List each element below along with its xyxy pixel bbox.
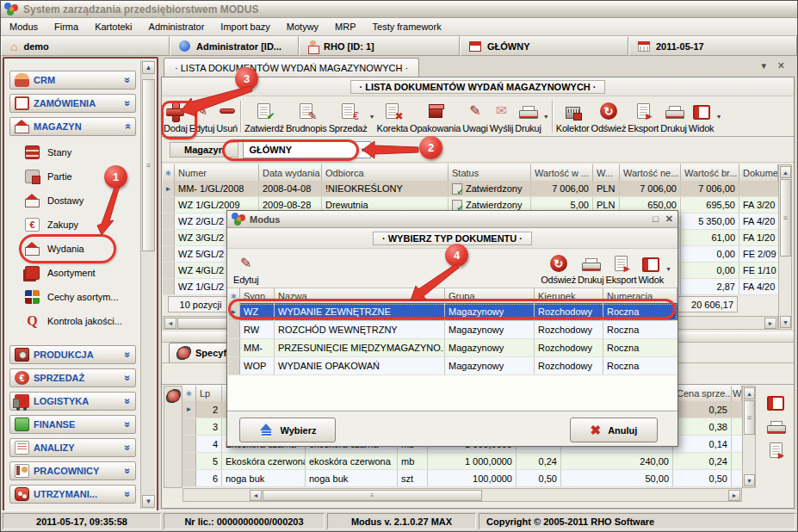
- col-status[interactable]: Status: [448, 164, 531, 181]
- col-dokument[interactable]: Dokume: [739, 164, 778, 181]
- menu-motywy[interactable]: Motywy: [287, 22, 319, 32]
- dialog-title-bar[interactable]: Modus □ ✕: [227, 211, 677, 228]
- menu-firma[interactable]: Firma: [54, 22, 78, 32]
- col-waluta[interactable]: W...: [593, 164, 620, 181]
- col-wartosc-ne[interactable]: Wartość ne...: [620, 164, 681, 181]
- dialog-odswiez-button[interactable]: ↻ Odśwież: [540, 251, 577, 287]
- scroll-right-icon[interactable]: ►: [728, 490, 740, 501]
- tab-lista-dokumentow[interactable]: · LISTA DOKUMENTÓW WYDAŃ MAGAZYNOWYCH ·: [164, 58, 419, 77]
- sidebar-item-cechy-asortymentu[interactable]: Cechy asortym...: [6, 285, 139, 309]
- grid-options-icon[interactable]: ∗: [165, 169, 172, 177]
- drukuj-button[interactable]: Drukuj: [514, 98, 542, 135]
- table-row[interactable]: ► MM- 1/GL/2008 2008-04-08 !NIEOKREŚLONY…: [163, 181, 778, 197]
- chevron-double-down-icon: »: [122, 445, 134, 451]
- dialog-drukuj-button[interactable]: Drukuj: [577, 251, 605, 287]
- brudnopis-button[interactable]: ✎ Brudnopis: [285, 98, 328, 135]
- sprzedaz-button[interactable]: € Sprzedaż: [328, 98, 368, 135]
- sidebar-group-logistyka[interactable]: LOGISTYKA »: [9, 392, 136, 411]
- database-segment[interactable]: ⌂ demo: [1, 36, 170, 56]
- grid-options-icon[interactable]: ∗: [186, 389, 193, 398]
- status-copyright: Copyright © 2005-2011 RHO Software: [479, 513, 795, 529]
- dialog-close-icon[interactable]: ✕: [665, 214, 673, 224]
- scrollbar-thumb[interactable]: ≡: [780, 179, 791, 257]
- spec-vertical-scrollbar[interactable]: ▲ ≡ ▼: [742, 386, 756, 488]
- scrollbar-thumb[interactable]: ≡: [142, 79, 155, 251]
- table-row[interactable]: 6 noga buk noga buk szt 100,0000 0,50 50…: [182, 470, 742, 487]
- col-data-wydania[interactable]: Data wydania: [259, 164, 322, 181]
- opakowania-button[interactable]: Opakowania: [409, 98, 461, 135]
- drukuj-dropdown-icon[interactable]: ▾: [542, 98, 550, 135]
- tab-close-icon[interactable]: ✕: [777, 61, 785, 71]
- anuluj-button[interactable]: ✖ Anuluj: [570, 418, 658, 442]
- sprzedaz-dropdown-icon[interactable]: ▾: [368, 98, 376, 135]
- grid-vertical-scrollbar[interactable]: ▲ ≡ ▼: [778, 164, 792, 330]
- sidebar-group-utrzymanie[interactable]: UTRZYMANI... »: [9, 485, 136, 504]
- korekta-button[interactable]: ✖ Korekta: [376, 98, 410, 135]
- menu-modus[interactable]: Modus: [9, 22, 38, 32]
- warehouse-segment[interactable]: GŁÓWNY: [460, 36, 628, 56]
- sidebar-item-asortyment[interactable]: Asortyment: [6, 261, 139, 285]
- wyslij-button[interactable]: ✉ Wyślij: [489, 98, 514, 135]
- col-lp[interactable]: Lp: [196, 386, 222, 401]
- table-row[interactable]: 5 Ekoskóra czerwona ekoskóra czerwona mb…: [182, 453, 742, 470]
- sidebar-group-magazyn[interactable]: MAGAZYN »: [9, 117, 136, 136]
- menu-kartoteki[interactable]: Kartoteki: [95, 22, 132, 32]
- spec-horizontal-scrollbar[interactable]: ◄ ≡ ►: [182, 488, 742, 502]
- date-segment[interactable]: 2011-05-17: [628, 36, 797, 56]
- wybierz-button[interactable]: Wybierz: [239, 418, 336, 442]
- col-w[interactable]: W: [732, 386, 742, 401]
- table-row[interactable]: MM- PRZESUNIĘCIE MIĘDZYMAGAZYNO... Magaz…: [228, 339, 677, 357]
- eksport-button[interactable]: ► Eksport: [627, 98, 659, 135]
- kolektor-button[interactable]: Kolektor: [555, 98, 591, 135]
- col-odbiorca[interactable]: Odbiorca: [322, 164, 448, 181]
- table-row[interactable]: RW ROZCHÓD WEWNĘTRZNY Magazynowy Rozchod…: [228, 321, 677, 339]
- scroll-left-icon[interactable]: ◄: [250, 490, 262, 501]
- dialog-widok-button[interactable]: Widok: [637, 251, 665, 287]
- sidebar-item-stany[interactable]: Stany: [6, 140, 139, 164]
- sidebar-group-zamowienia[interactable]: ZAMÓWIENIA »: [9, 94, 136, 113]
- printer-icon[interactable]: [767, 421, 784, 435]
- col-numer[interactable]: Numer: [175, 164, 259, 181]
- widok-dropdown-icon[interactable]: ▾: [714, 98, 722, 135]
- menu-import-bazy[interactable]: Import bazy: [220, 22, 269, 32]
- sidebar-group-analizy[interactable]: ANALIZY »: [9, 438, 136, 457]
- scroll-right-icon[interactable]: ►: [764, 318, 776, 329]
- menu-testy-framework[interactable]: Testy framework: [373, 22, 442, 32]
- widok-button[interactable]: Widok: [688, 98, 715, 135]
- tab-list-dropdown-icon[interactable]: ▾: [761, 61, 766, 71]
- company-segment[interactable]: RHO [ID: 1]: [299, 36, 460, 56]
- dialog-button-bar: Wybierz ✖ Anuluj: [227, 411, 677, 446]
- dialog-eksport-button[interactable]: ► Eksport: [605, 251, 638, 287]
- dialog-edytuj-button[interactable]: ✎ Edytuj: [232, 251, 259, 287]
- scroll-up-icon[interactable]: ▲: [744, 387, 755, 399]
- table-row[interactable]: WOP WYDANIE OPAKOWAŃ Magazynowy Rozchodo…: [228, 357, 677, 375]
- sidebar-group-pracownicy[interactable]: PRACOWNICY »: [9, 461, 136, 480]
- sidebar-group-sprzedaz[interactable]: € SPRZEDAŻ »: [9, 368, 136, 387]
- sidebar-scrollbar[interactable]: ▲ ≡ ▼: [140, 60, 155, 509]
- scroll-up-icon[interactable]: ▲: [780, 166, 791, 178]
- export-doc-icon[interactable]: ►: [770, 442, 783, 458]
- scroll-up-icon[interactable]: ▲: [142, 61, 155, 74]
- odswiez-button[interactable]: ↻ Odśwież: [591, 98, 628, 135]
- col-wartosc-br[interactable]: Wartość br...: [681, 164, 739, 181]
- dialog-restore-icon[interactable]: □: [653, 214, 659, 224]
- sidebar-group-finanse[interactable]: FINANSE »: [9, 415, 136, 434]
- sidebar-group-crm[interactable]: CRM »: [9, 71, 136, 90]
- view-window-icon[interactable]: [767, 396, 784, 411]
- scroll-down-icon[interactable]: ▼: [142, 495, 155, 508]
- user-segment[interactable]: Administrator [ID...: [170, 36, 299, 56]
- menu-administrator[interactable]: Administrator: [149, 22, 205, 32]
- sidebar-group-produkcja[interactable]: PRODUKCJA »: [9, 345, 136, 364]
- dialog-widok-dropdown-icon[interactable]: ▾: [665, 251, 672, 287]
- uwagi-button[interactable]: ✎ Uwagi: [461, 98, 489, 135]
- scrollbar-thumb[interactable]: ≡: [263, 490, 482, 501]
- scroll-left-icon[interactable]: ◄: [164, 318, 176, 329]
- scroll-down-icon[interactable]: ▼: [744, 474, 755, 486]
- drukuj2-button[interactable]: Drukuj: [659, 98, 688, 135]
- menu-mrp[interactable]: MRP: [335, 22, 356, 32]
- scrollbar-thumb[interactable]: ≡: [744, 400, 755, 435]
- scroll-down-icon[interactable]: ▼: [780, 316, 791, 328]
- col-cena-sprzedazy[interactable]: Cena sprze...: [673, 386, 732, 401]
- sidebar-item-kontrola-jakosci[interactable]: Q Kontrola jakości...: [6, 309, 139, 333]
- col-wartosc-w[interactable]: Wartość w ...: [531, 164, 593, 181]
